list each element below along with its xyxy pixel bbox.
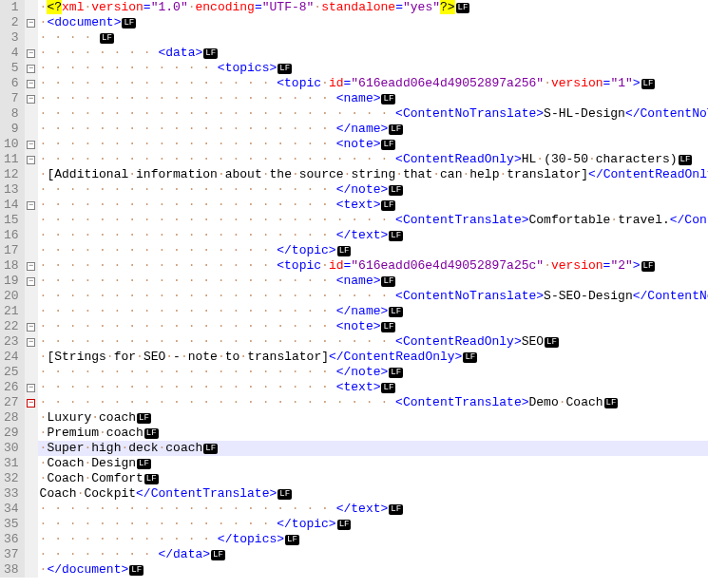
eol-marker: LF	[137, 413, 151, 424]
indent-guide: · · · · · · · · · · · ·	[40, 532, 218, 546]
code-line[interactable]: ·Super·high·deck·coachLF	[38, 441, 708, 456]
fold-toggle-icon[interactable]: −	[27, 95, 35, 104]
fold-toggle-icon[interactable]: −	[27, 49, 35, 58]
token-ws: ·	[395, 167, 403, 181]
eol-marker: LF	[285, 535, 299, 545]
fold-column[interactable]: −−−−−−−−−−−−−−	[25, 0, 38, 578]
fold-toggle-icon[interactable]: −	[27, 65, 35, 73]
token-tag: </ContentReadOnly>	[588, 167, 708, 181]
line-number: 30	[4, 441, 19, 456]
code-line[interactable]: ·</document>LF	[38, 562, 708, 578]
fold-cell[interactable]: −	[25, 274, 38, 289]
code-line[interactable]: · · · · LF	[38, 30, 708, 46]
eol-marker: LF	[389, 368, 403, 378]
token-text: Cockpit	[84, 486, 136, 501]
fold-toggle-icon[interactable]: −	[27, 277, 35, 286]
token-ws: ·	[181, 350, 188, 364]
fold-cell[interactable]: −	[25, 319, 38, 334]
fold-cell[interactable]: −	[25, 15, 38, 30]
code-line[interactable]: · · · · · · · · · · · · · · · · </topic>…	[38, 517, 708, 532]
fold-toggle-icon[interactable]: −	[27, 323, 35, 332]
code-line[interactable]: · · · · · · · · · · · · · · · · · · · · …	[38, 395, 708, 410]
code-line[interactable]: · · · · · · · · · · · · · · · · · · · · …	[38, 380, 708, 395]
code-line[interactable]: ·[Strings·for·SEO·-·note·to·translator]<…	[38, 350, 708, 365]
fold-toggle-icon[interactable]: −	[27, 201, 35, 210]
fold-toggle-icon[interactable]: −	[27, 262, 35, 271]
code-line[interactable]: · · · · · · · · </data>LF	[38, 547, 708, 562]
code-line[interactable]: · · · · · · · · · · · · · · · · · · · · …	[38, 152, 708, 167]
token-tag: </document>	[47, 562, 128, 577]
code-line[interactable]: ·Coach·DesignLF	[38, 456, 708, 471]
code-line[interactable]: · · · · · · · · <data>LF	[38, 46, 708, 61]
code-line[interactable]: ·[Additional·information·about·the·sourc…	[38, 167, 708, 182]
code-line[interactable]: · · · · · · · · · · · · · · · · · · · · …	[38, 228, 708, 243]
code-line[interactable]: Coach·Cockpit</ContentTranslate>LF	[38, 486, 708, 502]
line-number: 33	[4, 486, 19, 502]
token-text: [Additional	[47, 167, 128, 181]
fold-cell[interactable]: −	[25, 395, 38, 410]
code-line[interactable]: ·Premium·coachLF	[38, 426, 708, 441]
code-line[interactable]: · · · · · · · · · · · · · · · · · · · · …	[38, 365, 708, 380]
fold-cell[interactable]: −	[25, 380, 38, 395]
code-line[interactable]: · · · · · · · · · · · · · · · · · · · · …	[38, 304, 708, 319]
code-line[interactable]: · · · · · · · · · · · · · · · · · · · · …	[38, 319, 708, 334]
token-text: Demo	[529, 395, 559, 409]
token-text: Coach	[40, 486, 77, 501]
fold-cell[interactable]: −	[25, 334, 38, 350]
fold-toggle-icon[interactable]: −	[27, 19, 35, 28]
token-pi-body: xml	[62, 0, 84, 14]
code-area[interactable]: ·<?xml·version="1.0"·encoding="UTF-8"·st…	[38, 0, 708, 578]
token-tag: <ContentReadOnly>	[395, 152, 522, 166]
fold-cell	[25, 0, 38, 15]
code-editor[interactable]: 1234567891011121314151617181920212223242…	[0, 0, 708, 578]
token-attrval: "yes"	[403, 0, 440, 14]
code-line[interactable]: · · · · · · · · · · · · <topics>LF	[38, 61, 708, 76]
code-line[interactable]: · · · · · · · · · · · · · · · · · · · · …	[38, 198, 708, 213]
eol-marker: LF	[144, 474, 159, 484]
fold-toggle-icon[interactable]: −	[27, 338, 35, 347]
fold-cell[interactable]: −	[25, 91, 38, 106]
code-line[interactable]: · · · · · · · · · · · · </topics>LF	[38, 532, 708, 547]
code-line[interactable]: ·Coach·ComfortLF	[38, 471, 708, 486]
code-line[interactable]: ·<document>LF	[38, 15, 708, 30]
token-tag: </ContentTranslate>	[670, 213, 708, 227]
code-line[interactable]: · · · · · · · · · · · · · · · · · · · · …	[38, 91, 708, 106]
code-line[interactable]: · · · · · · · · · · · · · · · · · · · · …	[38, 182, 708, 198]
indent-guide: · · · · · · · · · · · ·	[40, 61, 218, 75]
code-line[interactable]: · · · · · · · · · · · · · · · · · · · · …	[38, 137, 708, 152]
token-pi-open: <?	[47, 0, 62, 14]
code-line[interactable]: · · · · · · · · · · · · · · · · </topic>…	[38, 243, 708, 258]
fold-cell[interactable]: −	[25, 137, 38, 152]
fold-cell[interactable]: −	[25, 258, 38, 274]
token-tag: </note>	[336, 182, 389, 197]
fold-cell	[25, 471, 38, 486]
fold-toggle-icon[interactable]: −	[27, 384, 35, 392]
code-line[interactable]: · · · · · · · · · · · · · · · · · · · · …	[38, 502, 708, 517]
line-number: 10	[4, 137, 19, 152]
fold-cell	[25, 228, 38, 243]
fold-toggle-icon[interactable]: −	[27, 80, 35, 88]
code-line[interactable]: · · · · · · · · · · · · · · · · <topic·i…	[38, 76, 708, 91]
code-line[interactable]: · · · · · · · · · · · · · · · · · · · · …	[38, 289, 708, 304]
fold-toggle-icon[interactable]: −	[27, 399, 35, 408]
token-text: (30-50	[544, 152, 588, 166]
code-line[interactable]: · · · · · · · · · · · · · · · · · · · · …	[38, 106, 708, 122]
fold-toggle-icon[interactable]: −	[27, 141, 35, 149]
code-line[interactable]: · · · · · · · · · · · · · · · · · · · · …	[38, 122, 708, 137]
token-text: characters)	[596, 152, 678, 166]
fold-cell[interactable]: −	[25, 198, 38, 213]
token-text: Comfort	[91, 471, 144, 485]
code-line[interactable]: · · · · · · · · · · · · · · · · <topic·i…	[38, 258, 708, 274]
fold-toggle-icon[interactable]: −	[27, 156, 35, 164]
code-line[interactable]: · · · · · · · · · · · · · · · · · · · · …	[38, 274, 708, 289]
fold-cell[interactable]: −	[25, 152, 38, 167]
token-attr: id	[329, 76, 344, 90]
fold-cell[interactable]: −	[25, 76, 38, 91]
indent-guide: · · · · · · · · · · · · · · · ·	[40, 76, 277, 90]
fold-cell[interactable]: −	[25, 46, 38, 61]
code-line[interactable]: ·<?xml·version="1.0"·encoding="UTF-8"·st…	[38, 0, 708, 15]
code-line[interactable]: ·Luxury·coachLF	[38, 410, 708, 426]
code-line[interactable]: · · · · · · · · · · · · · · · · · · · · …	[38, 213, 708, 228]
fold-cell[interactable]: −	[25, 61, 38, 76]
code-line[interactable]: · · · · · · · · · · · · · · · · · · · · …	[38, 334, 708, 350]
